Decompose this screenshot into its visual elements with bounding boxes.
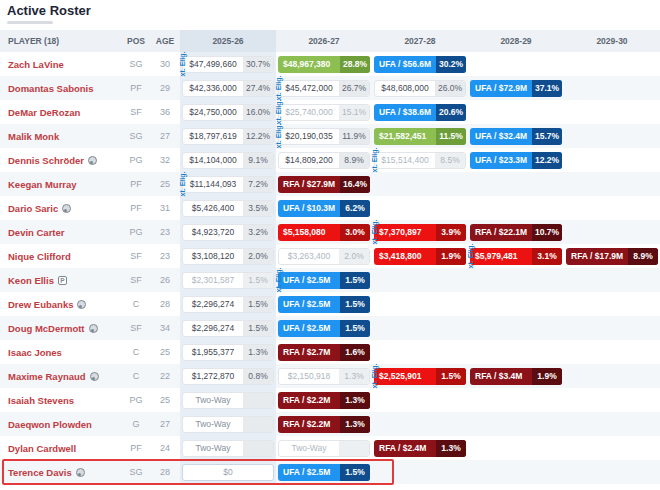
salary-value: $7,370,897 bbox=[374, 224, 436, 241]
cap-percentage: 28.8% bbox=[340, 56, 370, 73]
player-name-link[interactable]: Keegan Murray bbox=[8, 179, 77, 190]
salary-cell-2026-27: UFA / $2.5M1.5% bbox=[276, 316, 372, 340]
salary-cell-2026-27: RFA / $27.9M16.4% bbox=[276, 172, 372, 196]
player-name-link[interactable]: Nique Clifford bbox=[8, 251, 71, 262]
header-year-2027-28[interactable]: 2027-28 bbox=[372, 30, 468, 52]
salary-pill: $2,150,9181.3% bbox=[278, 368, 370, 385]
header-pos[interactable]: POS bbox=[122, 30, 150, 52]
header-year-2025-26[interactable]: 2025-26 bbox=[180, 30, 276, 52]
contract-note-icon bbox=[62, 204, 71, 213]
player-cell: Terence Davis bbox=[0, 460, 122, 484]
table-row: Doug McDermott SF 34 $2,296,2741.5% UFA … bbox=[0, 316, 660, 340]
player-name-link[interactable]: Daeqwon Plowden bbox=[8, 419, 92, 430]
header-year-2028-29[interactable]: 2028-29 bbox=[468, 30, 564, 52]
salary-pill[interactable]: $42,336,00027.4% bbox=[182, 80, 274, 97]
header-year-2029-30[interactable]: 2029-30 bbox=[564, 30, 660, 52]
player-name-link[interactable]: Drew Eubanks bbox=[8, 299, 73, 310]
salary-pill[interactable]: Two-Way bbox=[182, 392, 274, 409]
salary-value: $5,158,080 bbox=[278, 224, 340, 241]
salary-pill[interactable]: $3,108,1202.0% bbox=[182, 248, 274, 265]
player-option-icon: P bbox=[58, 276, 67, 285]
salary-pill[interactable]: $4,923,7203.2% bbox=[182, 224, 274, 241]
player-position: PG bbox=[122, 388, 150, 412]
table-row: Dennis Schröder PG 32 $14,104,0009.1% $1… bbox=[0, 148, 660, 172]
player-name-link[interactable]: Terence Davis bbox=[8, 467, 72, 478]
salary-pill[interactable]: $18,797,61912.2% bbox=[182, 128, 274, 145]
salary-pill[interactable]: Two-Way bbox=[182, 440, 274, 457]
cap-percentage: 3.9% bbox=[436, 224, 466, 241]
player-age: 27 bbox=[150, 412, 180, 436]
salary-cell-2026-27: $14,809,2008.9% bbox=[276, 148, 372, 172]
salary-pill[interactable]: $2,301,5871.5% bbox=[182, 272, 274, 289]
salary-value: $2,296,274 bbox=[183, 297, 243, 312]
header-age[interactable]: AGE bbox=[150, 30, 180, 52]
salary-value: Two-Way bbox=[183, 417, 243, 432]
table-row: Isaac Jones C 25 $1,955,3771.3% RFA / $2… bbox=[0, 340, 660, 364]
player-name-link[interactable]: Doug McDermott bbox=[8, 323, 85, 334]
salary-pill[interactable]: $5,426,4003.5% bbox=[182, 200, 274, 217]
salary-value: $15,514,400 bbox=[375, 153, 435, 168]
player-name-link[interactable]: Isaiah Stevens bbox=[8, 395, 74, 406]
cap-percentage: 0.8% bbox=[243, 369, 273, 384]
salary-pill: $48,608,00026.0% bbox=[374, 80, 466, 97]
player-name-link[interactable]: Dylan Cardwell bbox=[8, 443, 76, 454]
salary-value: $48,967,380 bbox=[278, 56, 340, 73]
player-icon-slot bbox=[90, 372, 99, 381]
salary-pill[interactable]: $11,144,0937.2% bbox=[182, 176, 274, 193]
cap-percentage: 1.5% bbox=[436, 368, 466, 385]
player-name-link[interactable]: Isaac Jones bbox=[8, 347, 62, 358]
salary-pill[interactable]: $2,296,2741.5% bbox=[182, 296, 274, 313]
salary-cell-2025-26: $14,104,0009.1% bbox=[180, 148, 276, 172]
player-name-link[interactable]: Dario Saric bbox=[8, 203, 58, 214]
header-year-2026-27[interactable]: 2026-27 bbox=[276, 30, 372, 52]
salary-value: $2,301,587 bbox=[183, 273, 243, 288]
fa-salary-chip: $7,370,8973.9% bbox=[374, 224, 466, 241]
salary-value: UFA / $2.5M bbox=[278, 272, 340, 289]
player-name-link[interactable]: Maxime Raynaud bbox=[8, 371, 86, 382]
player-name-link[interactable]: Zach LaVine bbox=[8, 59, 64, 70]
player-name-link[interactable]: DeMar DeRozan bbox=[8, 107, 80, 118]
salary-pill[interactable]: $1,272,8700.8% bbox=[182, 368, 274, 385]
player-position: SG bbox=[122, 52, 150, 76]
salary-cell-2026-27: xt. Elig.UFA / $2.5M1.5% bbox=[276, 268, 372, 292]
salary-value: $3,108,120 bbox=[183, 249, 243, 264]
salary-pill[interactable]: $2,296,2741.5% bbox=[182, 320, 274, 337]
player-age: 25 bbox=[150, 340, 180, 364]
salary-pill[interactable]: $1,955,3771.3% bbox=[182, 344, 274, 361]
salary-cell-2025-26: $4,923,7203.2% bbox=[180, 220, 276, 244]
contract-note-icon bbox=[76, 468, 85, 477]
table-row: Dario Saric PF 31 $5,426,4003.5% UFA / $… bbox=[0, 196, 660, 220]
fa-salary-chip: UFA / $38.6M20.6% bbox=[374, 104, 466, 121]
player-name-link[interactable]: Malik Monk bbox=[8, 131, 59, 142]
salary-pill[interactable]: Two-Way bbox=[182, 416, 274, 433]
player-name-link[interactable]: Keon Ellis bbox=[8, 275, 54, 286]
salary-pill[interactable]: $47,499,66030.7% bbox=[182, 56, 274, 73]
player-icon-slot bbox=[89, 324, 98, 333]
header-player[interactable]: PLAYER (18) bbox=[0, 30, 122, 52]
salary-cell-2029-30 bbox=[564, 436, 660, 460]
fa-salary-chip: RFA / $17.9M8.9% bbox=[566, 248, 658, 265]
salary-cell-2026-27: UFA / $2.5M1.5% bbox=[276, 292, 372, 316]
cap-percentage: 2.0% bbox=[339, 249, 369, 264]
salary-value: UFA / $2.5M bbox=[278, 320, 340, 337]
player-name-link[interactable]: Domantas Sabonis bbox=[8, 83, 94, 94]
cap-percentage: 1.6% bbox=[340, 344, 370, 361]
salary-pill[interactable]: $14,104,0009.1% bbox=[182, 152, 274, 169]
salary-input[interactable]: $0 bbox=[182, 464, 274, 481]
salary-value: $14,809,200 bbox=[279, 153, 339, 168]
salary-value: $4,923,720 bbox=[183, 225, 243, 240]
salary-value: UFA / $38.6M bbox=[374, 104, 436, 121]
salary-cell-2029-30 bbox=[564, 196, 660, 220]
cap-percentage: 1.5% bbox=[243, 273, 273, 288]
player-name-link[interactable]: Devin Carter bbox=[8, 227, 65, 238]
player-age: 36 bbox=[150, 100, 180, 124]
player-name-link[interactable]: Dennis Schröder bbox=[8, 155, 84, 166]
cap-percentage: 3.0% bbox=[340, 224, 370, 241]
player-age: 26 bbox=[150, 268, 180, 292]
salary-cell-2026-27: Two-Way bbox=[276, 436, 372, 460]
salary-cell-2029-30 bbox=[564, 76, 660, 100]
salary-cell-2025-26: $1,272,8700.8% bbox=[180, 364, 276, 388]
salary-cell-2025-26: $2,296,2741.5% bbox=[180, 316, 276, 340]
cap-percentage: 1.3% bbox=[340, 392, 370, 409]
salary-pill[interactable]: $24,750,00016.0% bbox=[182, 104, 274, 121]
